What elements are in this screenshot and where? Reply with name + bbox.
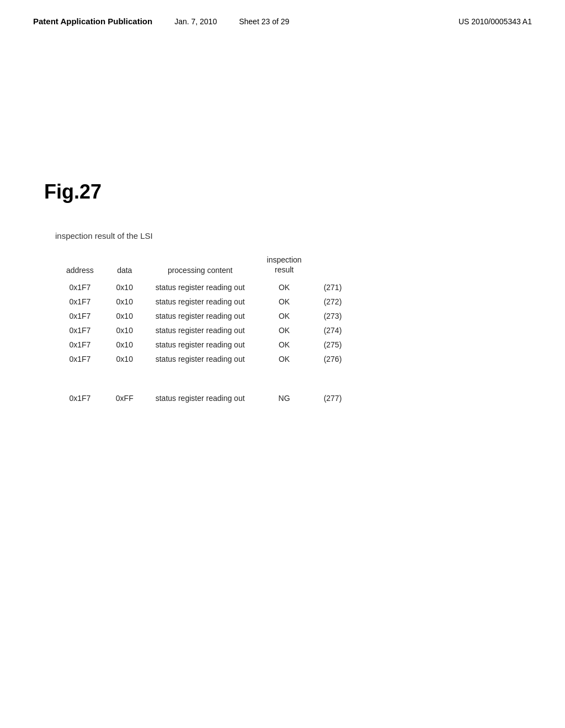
page: Patent Application Publication Jan. 7, 2… xyxy=(0,0,565,728)
cell-ref: (272) xyxy=(313,295,353,309)
table-header-row: address data processing content inspecti… xyxy=(55,251,353,280)
cell-processing: status register reading out xyxy=(145,295,256,309)
col-header-ref xyxy=(313,251,353,280)
col-header-processing: processing content xyxy=(145,251,256,280)
cell-data: 0x10 xyxy=(105,338,145,352)
cell-result: OK xyxy=(256,280,313,295)
cell-address: 0x1F7 xyxy=(55,295,105,309)
cell-address: 0x1F7 xyxy=(55,338,105,352)
cell-data: 0x10 xyxy=(105,280,145,295)
header-number: US 2010/0005343 A1 xyxy=(459,17,532,26)
cell-result: OK xyxy=(256,352,313,366)
table-row: 0x1F70x10status register reading outOK(2… xyxy=(55,352,353,366)
table-row: 0x1F70x10status register reading outOK(2… xyxy=(55,323,353,338)
cell-address: 0x1F7 xyxy=(55,323,105,338)
cell-processing: status register reading out xyxy=(145,323,256,338)
cell-ng-ref: (277) xyxy=(313,388,353,405)
cell-data: 0x10 xyxy=(105,309,145,323)
table-row: 0x1F70x10status register reading outOK(2… xyxy=(55,295,353,309)
cell-result: OK xyxy=(256,309,313,323)
cell-result: OK xyxy=(256,323,313,338)
cell-processing: status register reading out xyxy=(145,352,256,366)
table-row-ng: 0x1F70xFFstatus register reading outNG(2… xyxy=(55,388,353,405)
cell-processing: status register reading out xyxy=(145,280,256,295)
inspection-table: address data processing content inspecti… xyxy=(55,251,353,405)
cell-ng-data: 0xFF xyxy=(105,388,145,405)
figure-title: Fig.27 xyxy=(44,180,521,204)
cell-ref: (275) xyxy=(313,338,353,352)
col-header-inspection: inspection result xyxy=(256,251,313,280)
header: Patent Application Publication Jan. 7, 2… xyxy=(0,0,565,37)
patent-publication-label: Patent Application Publication xyxy=(33,17,152,26)
header-sheet: Sheet 23 of 29 xyxy=(239,17,289,26)
content-area: Fig.27 inspection result of the LSI addr… xyxy=(0,37,565,438)
header-date: Jan. 7, 2010 xyxy=(174,17,217,26)
data-table-container: address data processing content inspecti… xyxy=(55,251,521,405)
cell-ref: (271) xyxy=(313,280,353,295)
cell-address: 0x1F7 xyxy=(55,280,105,295)
spacer-row xyxy=(55,366,353,388)
cell-address: 0x1F7 xyxy=(55,352,105,366)
cell-ng-address: 0x1F7 xyxy=(55,388,105,405)
cell-address: 0x1F7 xyxy=(55,309,105,323)
cell-ng-result: NG xyxy=(256,388,313,405)
table-row: 0x1F70x10status register reading outOK(2… xyxy=(55,309,353,323)
cell-ng-processing: status register reading out xyxy=(145,388,256,405)
table-row: 0x1F70x10status register reading outOK(2… xyxy=(55,280,353,295)
cell-ref: (273) xyxy=(313,309,353,323)
section-label: inspection result of the LSI xyxy=(55,231,521,240)
cell-data: 0x10 xyxy=(105,295,145,309)
col-header-address: address xyxy=(55,251,105,280)
cell-result: OK xyxy=(256,295,313,309)
cell-processing: status register reading out xyxy=(145,338,256,352)
col-header-data: data xyxy=(105,251,145,280)
cell-processing: status register reading out xyxy=(145,309,256,323)
cell-data: 0x10 xyxy=(105,352,145,366)
table-body: 0x1F70x10status register reading outOK(2… xyxy=(55,280,353,405)
cell-data: 0x10 xyxy=(105,323,145,338)
table-row: 0x1F70x10status register reading outOK(2… xyxy=(55,338,353,352)
cell-result: OK xyxy=(256,338,313,352)
cell-ref: (276) xyxy=(313,352,353,366)
cell-ref: (274) xyxy=(313,323,353,338)
